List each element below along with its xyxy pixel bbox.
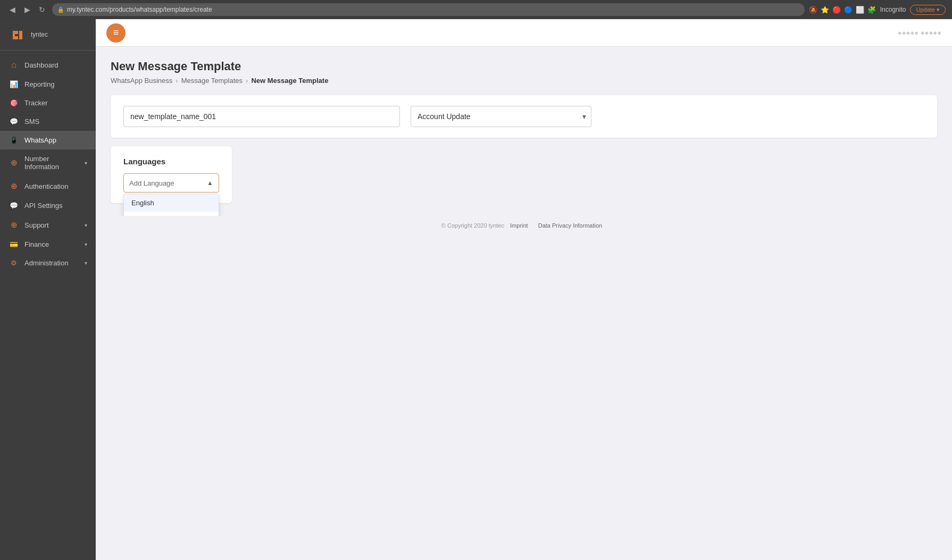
category-select[interactable]: Account Update Payment Update Personal F… <box>411 106 591 127</box>
language-dropdown-menu: English English (UK) English (US) Estoni… <box>123 194 219 216</box>
sidebar-item-label: Authentication <box>24 182 87 190</box>
category-select-wrapper: Account Update Payment Update Personal F… <box>411 106 591 127</box>
svg-rect-0 <box>9 26 27 44</box>
languages-card: Languages Add Language ▲ English <box>111 146 232 203</box>
extensions-area: 🔕 ⭐ 🔴 🔵 ⬜ 🧩 <box>809 6 876 14</box>
sidebar: tyntec ⌂ Dashboard 📊 Reporting 🎯 Tracker… <box>0 19 96 560</box>
main-content: New Message Template WhatsApp Business ›… <box>96 47 952 216</box>
app: tyntec ⌂ Dashboard 📊 Reporting 🎯 Tracker… <box>0 19 952 560</box>
api-icon: 💬 <box>9 202 19 210</box>
url-text: my.tyntec.com/products/whatsapp/template… <box>67 6 799 13</box>
chevron-icon: ▾ <box>85 260 87 266</box>
sidebar-item-label: Number Information <box>24 155 79 171</box>
form-card: Account Update Payment Update Personal F… <box>111 95 937 138</box>
chevron-up-icon: ▲ <box>207 179 213 187</box>
chevron-icon: ▾ <box>85 222 87 228</box>
lock-icon: 🔒 <box>57 7 64 13</box>
back-button[interactable]: ◀ <box>6 4 18 15</box>
sidebar-item-authentication[interactable]: ⊕ Authentication <box>0 176 96 196</box>
finance-icon: 💳 <box>9 240 19 248</box>
admin-icon: ⚙ <box>9 259 19 267</box>
forward-button[interactable]: ▶ <box>21 4 33 15</box>
breadcrumb-item-current: New Message Template <box>251 77 328 85</box>
page-title: New Message Template <box>111 60 937 73</box>
number-info-icon: ⊕ <box>9 158 19 168</box>
incognito-label: Incognito <box>880 6 906 13</box>
breadcrumb-sep-1: › <box>176 77 178 85</box>
dashboard-icon: ⌂ <box>9 60 19 70</box>
sidebar-item-label: Administration <box>24 259 79 267</box>
browser-nav-buttons: ◀ ▶ ↻ <box>6 4 48 15</box>
sidebar-item-sms[interactable]: 💬 SMS <box>0 112 96 131</box>
language-dropdown-wrapper: Add Language ▲ English English (UK) <box>123 173 219 193</box>
sidebar-item-administration[interactable]: ⚙ Administration ▾ <box>0 254 96 272</box>
menu-button[interactable]: ≡ <box>106 23 126 43</box>
chevron-icon: ▾ <box>85 241 87 247</box>
sidebar-item-label: Finance <box>24 240 79 248</box>
browser-toolbar-right: 🔕 ⭐ 🔴 🔵 ⬜ 🧩 Incognito Update ▾ <box>809 5 946 15</box>
sidebar-item-reporting[interactable]: 📊 Reporting <box>0 75 96 94</box>
support-icon: ⊕ <box>9 220 19 230</box>
language-option-label: English <box>131 199 154 207</box>
page-footer: © Copyright 2020 tyntec Imprint Data Pri… <box>96 216 952 235</box>
topbar-user: ●●●●● ●●●●● <box>898 29 941 37</box>
topbar: ≡ ●●●●● ●●●●● <box>96 19 952 47</box>
breadcrumb-item-templates[interactable]: Message Templates <box>181 77 243 85</box>
template-name-input[interactable] <box>123 106 400 127</box>
sidebar-logo: tyntec <box>0 19 96 51</box>
auth-icon: ⊕ <box>9 181 19 191</box>
sidebar-item-label: Support <box>24 221 79 229</box>
sidebar-item-support[interactable]: ⊕ Support ▾ <box>0 215 96 235</box>
browser-chrome: ◀ ▶ ↻ 🔒 my.tyntec.com/products/whatsapp/… <box>0 0 952 19</box>
content-scroll: New Message Template WhatsApp Business ›… <box>96 47 952 560</box>
sidebar-item-label: Reporting <box>24 80 87 88</box>
sidebar-item-label: Tracker <box>24 99 87 107</box>
breadcrumb-sep-2: › <box>246 77 248 85</box>
whatsapp-icon: 📱 <box>9 136 19 144</box>
logo-text: tyntec <box>31 31 48 38</box>
sms-icon: 💬 <box>9 118 19 126</box>
sidebar-item-label: SMS <box>24 118 87 126</box>
url-bar[interactable]: 🔒 my.tyntec.com/products/whatsapp/templa… <box>52 3 805 16</box>
copyright-text: © Copyright 2020 tyntec <box>441 222 504 229</box>
language-option-english[interactable]: English <box>124 194 219 212</box>
sidebar-item-label: API Settings <box>24 202 87 210</box>
sidebar-nav: ⌂ Dashboard 📊 Reporting 🎯 Tracker 💬 SMS … <box>0 51 96 560</box>
reporting-icon: 📊 <box>9 80 19 88</box>
logo-icon <box>9 26 27 44</box>
imprint-link[interactable]: Imprint <box>510 222 528 229</box>
languages-section-title: Languages <box>123 157 219 166</box>
breadcrumb-item-whatsapp[interactable]: WhatsApp Business <box>111 77 172 85</box>
sidebar-item-dashboard[interactable]: ⌂ Dashboard <box>0 55 96 75</box>
language-list: English English (UK) English (US) Estoni… <box>124 194 219 216</box>
language-option-english-uk[interactable]: English (UK) <box>124 212 219 216</box>
chevron-icon: ▾ <box>85 160 87 166</box>
privacy-link[interactable]: Data Privacy Information <box>538 222 602 229</box>
reload-button[interactable]: ↻ <box>36 4 48 15</box>
user-placeholder: ●●●●● ●●●●● <box>898 29 941 37</box>
sidebar-item-finance[interactable]: 💳 Finance ▾ <box>0 235 96 254</box>
sidebar-item-api-settings[interactable]: 💬 API Settings <box>0 196 96 215</box>
sidebar-item-number-information[interactable]: ⊕ Number Information ▾ <box>0 149 96 176</box>
sidebar-item-label: Dashboard <box>24 61 87 69</box>
add-language-label: Add Language <box>129 179 174 187</box>
sidebar-item-label: WhatsApp <box>24 136 87 144</box>
tracker-icon: 🎯 <box>9 99 19 107</box>
sidebar-item-whatsapp[interactable]: 📱 WhatsApp <box>0 131 96 149</box>
sidebar-item-tracker[interactable]: 🎯 Tracker <box>0 94 96 112</box>
form-row: Account Update Payment Update Personal F… <box>123 106 924 127</box>
content-wrapper: ≡ ●●●●● ●●●●● New Message Template Whats… <box>96 19 952 560</box>
update-button[interactable]: Update ▾ <box>910 5 946 15</box>
breadcrumb: WhatsApp Business › Message Templates › … <box>111 77 937 85</box>
add-language-trigger[interactable]: Add Language ▲ <box>123 173 219 193</box>
